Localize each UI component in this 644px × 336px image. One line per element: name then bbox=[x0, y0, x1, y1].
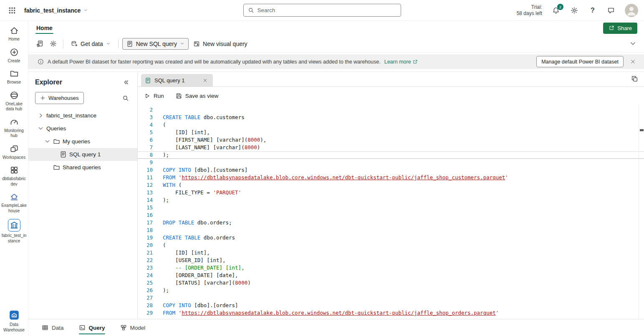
external-link-icon bbox=[413, 59, 418, 64]
manage-dataset-button[interactable]: Manage default Power BI dataset bbox=[536, 56, 624, 67]
new-visual-query-button[interactable]: New visual query bbox=[189, 38, 251, 49]
chevron-down-icon[interactable] bbox=[44, 138, 51, 145]
rail-item-monitoring-hub[interactable]: Monitoring hub bbox=[0, 117, 28, 139]
waffle-icon bbox=[8, 7, 16, 14]
new-sql-query-button[interactable]: New SQL query bbox=[122, 38, 189, 50]
explorer-panel: Explorer Warehouses bbox=[28, 72, 138, 319]
banner-close-button[interactable] bbox=[627, 56, 638, 67]
rail-item-data-warehouse[interactable]: Data Warehouse bbox=[0, 310, 28, 333]
rail-item-browse[interactable]: Browse bbox=[0, 69, 28, 85]
query-file-icon bbox=[60, 151, 67, 158]
chevron-down-icon bbox=[106, 41, 111, 46]
code-line-5: 5 [ID] [int], bbox=[138, 129, 644, 136]
close-icon bbox=[203, 78, 207, 83]
warehouse-settings-button[interactable] bbox=[47, 38, 59, 50]
browse-icon bbox=[10, 69, 19, 78]
rail-item-create[interactable]: Create bbox=[0, 48, 28, 64]
help-button[interactable]: ? bbox=[588, 6, 597, 15]
new-report-icon bbox=[36, 40, 43, 47]
tab-close-button[interactable] bbox=[201, 76, 209, 84]
save-as-view-button[interactable]: Save as view bbox=[176, 93, 219, 99]
account-avatar[interactable] bbox=[625, 4, 638, 17]
search-input[interactable] bbox=[258, 7, 397, 13]
chevron-right-icon[interactable] bbox=[38, 112, 44, 119]
ribbon: Home Share bbox=[28, 21, 644, 35]
rail-item-workspaces[interactable]: Workspaces bbox=[0, 144, 28, 160]
tree-item-my-queries[interactable]: My queries bbox=[28, 135, 137, 148]
new-report-button[interactable] bbox=[33, 38, 46, 50]
new-sql-query-icon bbox=[126, 41, 133, 47]
banner-message: A default Power BI dataset for faster re… bbox=[48, 59, 381, 65]
code-line-9: 9 bbox=[138, 159, 644, 166]
run-button[interactable]: Run bbox=[144, 93, 164, 99]
info-icon bbox=[38, 59, 44, 65]
get-data-button[interactable]: Get data bbox=[67, 38, 114, 49]
tree-item-queries[interactable]: Queries bbox=[28, 122, 137, 135]
feedback-button[interactable] bbox=[606, 6, 616, 15]
code-line-21: 21 [ID] [int], bbox=[138, 249, 644, 257]
collapse-explorer-button[interactable] bbox=[121, 78, 131, 87]
run-label: Run bbox=[154, 93, 164, 99]
sql-file-icon bbox=[145, 77, 151, 84]
code-line-11: 11FROM 'https://dbtlabsynapsedatalake.bl… bbox=[138, 174, 644, 181]
get-data-icon bbox=[71, 41, 78, 47]
code-line-14: 14); bbox=[138, 196, 644, 204]
home-icon bbox=[10, 26, 19, 35]
code-line-2: 2 bbox=[138, 106, 644, 114]
model-icon bbox=[120, 324, 127, 331]
warehouses-label: Warehouses bbox=[48, 95, 79, 101]
topbar-actions: Trial: 58 days left 2 ? bbox=[517, 4, 638, 17]
tree-item-fabric-test-instance[interactable]: fabric_test_instance bbox=[28, 109, 137, 122]
share-button-label: Share bbox=[617, 25, 632, 31]
chevron-spacer bbox=[51, 151, 57, 158]
tree-item-shared-queries[interactable]: Shared queries bbox=[28, 161, 137, 174]
code-line-25: 25 [STATUS] [varchar](8000) bbox=[138, 279, 644, 287]
search-icon bbox=[122, 95, 129, 102]
rail-item-fabric-test-instance[interactable]: fabric_test_instance bbox=[0, 219, 28, 244]
app-launcher-button[interactable] bbox=[6, 4, 18, 17]
workspace-title[interactable]: fabric_test_instance bbox=[24, 7, 88, 14]
code-line-20: 20( bbox=[138, 242, 644, 249]
code-editor[interactable]: 23CREATE TABLE dbo.customers4(5 [ID] [in… bbox=[138, 105, 644, 319]
new-sql-query-label: New SQL query bbox=[136, 41, 177, 47]
query-tab-icon bbox=[79, 324, 86, 331]
code-line-28: 28COPY INTO [dbo].[orders] bbox=[138, 302, 644, 309]
chevron-down-icon[interactable] bbox=[38, 125, 44, 132]
share-button[interactable]: Share bbox=[603, 23, 637, 34]
copy-icon bbox=[631, 75, 638, 82]
rail-item-dbtlabsfabricdev[interactable]: dbtlabsfabricdev bbox=[0, 165, 28, 187]
trial-status[interactable]: Trial: 58 days left bbox=[517, 4, 542, 17]
code-line-22: 22 [USER_ID] [int], bbox=[138, 257, 644, 264]
copy-button[interactable] bbox=[631, 75, 638, 84]
bottom-tab-query[interactable]: Query bbox=[79, 319, 105, 336]
bottom-tab-model[interactable]: Model bbox=[120, 319, 146, 336]
settings-button[interactable] bbox=[570, 6, 579, 15]
rail-item-home[interactable]: Home bbox=[0, 26, 28, 42]
editor-scrollbar[interactable] bbox=[639, 105, 644, 319]
add-warehouses-button[interactable]: Warehouses bbox=[35, 92, 84, 104]
collapse-ribbon-button[interactable] bbox=[626, 38, 639, 50]
fabric-app: fabric_test_instance Trial: 58 days left… bbox=[0, 0, 644, 336]
rail-item-onelake-data-hub[interactable]: OneLake data hub bbox=[0, 91, 28, 112]
bottom-tab-data[interactable]: Data bbox=[42, 319, 64, 336]
explorer-search-button[interactable] bbox=[121, 93, 131, 103]
code-line-7: 7 [LAST_NAME] [varchar](8000) bbox=[138, 144, 644, 151]
code-line-27: 27 bbox=[138, 294, 644, 302]
explorer-title: Explorer bbox=[35, 79, 62, 86]
bottom-tabs: DataQueryModel bbox=[28, 319, 644, 336]
code-line-23: 23 -- [ORDER_DATE] [int], bbox=[138, 264, 644, 272]
code-line-19: 19CREATE TABLE dbo.orders bbox=[138, 234, 644, 242]
info-banner: A default Power BI dataset for faster re… bbox=[28, 54, 644, 69]
notifications-button[interactable]: 2 bbox=[551, 6, 561, 15]
ribbon-tab-home[interactable]: Home bbox=[35, 22, 54, 34]
query-toolbar: Run Save as view bbox=[138, 87, 644, 105]
query-tab[interactable]: SQL query 1 bbox=[141, 74, 213, 87]
run-icon bbox=[144, 93, 150, 99]
learn-more-link[interactable]: Learn more bbox=[384, 59, 418, 65]
workspaces-icon bbox=[10, 144, 19, 153]
chevron-down-icon bbox=[180, 41, 184, 46]
rail-item-examplelakehouse[interactable]: ExampleLakehouse bbox=[0, 192, 28, 214]
tree-item-sql-query-1[interactable]: SQL query 1 bbox=[28, 148, 137, 161]
warehouse-icon bbox=[8, 219, 20, 232]
code-line-10: 10COPY INTO [dbo].[customers] bbox=[138, 166, 644, 174]
